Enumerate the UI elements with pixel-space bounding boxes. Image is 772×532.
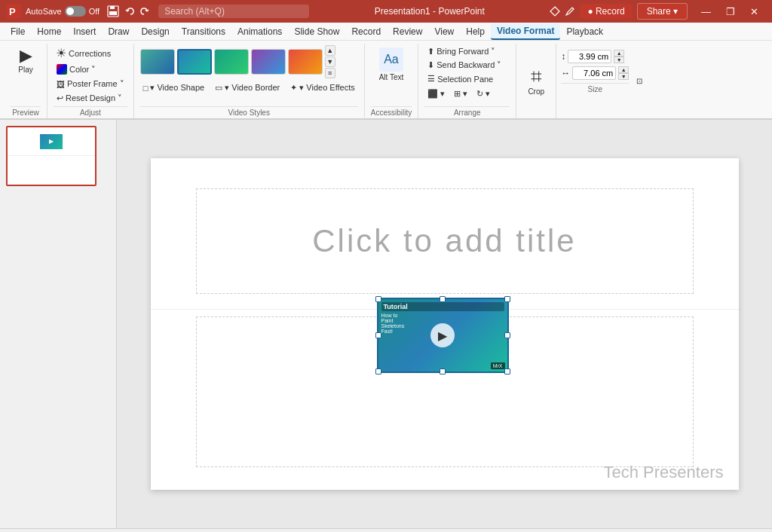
undo-icon[interactable]: [125, 6, 136, 17]
share-button[interactable]: Share ▾: [637, 3, 688, 20]
menu-review[interactable]: Review: [387, 24, 428, 39]
autosave-toggle[interactable]: [65, 6, 86, 17]
bring-forward-button[interactable]: ⬆ Bring Forward ˅: [424, 45, 498, 58]
poster-frame-label: Poster Frame ˅: [67, 79, 124, 89]
handle-tl[interactable]: [375, 296, 381, 302]
slide-thumb-container: 1 ★ ▶: [6, 126, 110, 186]
corrections-button[interactable]: ☀ Corrections: [54, 45, 113, 61]
slide-thumb-inner: ▶: [8, 127, 95, 185]
slide-thumbnail[interactable]: ▶: [6, 126, 96, 186]
crop-button[interactable]: ⌗ Crop: [521, 44, 551, 118]
size-expand-button[interactable]: ⊡: [633, 44, 645, 118]
send-backward-button[interactable]: ⬇ Send Backward ˅: [424, 59, 504, 72]
style-4[interactable]: [251, 49, 286, 75]
menu-transitions[interactable]: Transitions: [176, 24, 231, 39]
group-button[interactable]: ⊞ ▾: [451, 87, 470, 100]
close-button[interactable]: ✕: [743, 6, 766, 17]
play-icon: ▶: [20, 47, 32, 64]
menu-view[interactable]: View: [428, 24, 460, 39]
redo-icon[interactable]: [139, 6, 149, 17]
height-down[interactable]: ▼: [614, 57, 624, 63]
company-name: Tech Presenters: [604, 463, 724, 482]
width-down[interactable]: ▼: [618, 73, 629, 80]
handle-br[interactable]: [504, 368, 510, 375]
handle-bl[interactable]: [375, 368, 381, 375]
handle-tm[interactable]: [440, 296, 446, 302]
align-button[interactable]: ⬛ ▾: [424, 87, 448, 100]
align-label: ▾: [440, 89, 445, 99]
video-effects-label: ▾ Video Effects: [299, 83, 354, 93]
title-placeholder[interactable]: Click to add title: [196, 188, 694, 294]
menu-design[interactable]: Design: [135, 24, 175, 39]
color-icon: [57, 64, 67, 75]
slide[interactable]: Click to add title Tutorial How to Paint…: [151, 158, 739, 490]
group-icon: ⊞: [454, 89, 461, 99]
menu-draw[interactable]: Draw: [102, 24, 135, 39]
height-up[interactable]: ▲: [614, 50, 624, 57]
menu-help[interactable]: Help: [460, 24, 491, 39]
video-border-icon: ▭: [215, 83, 222, 93]
video-play-button[interactable]: ▶: [430, 323, 455, 347]
style-3[interactable]: [214, 49, 249, 75]
poster-frame-button[interactable]: 🖼 Poster Frame ˅: [54, 78, 127, 90]
accessibility-group: Aa Alt Text Accessibility: [365, 44, 418, 118]
reset-design-button[interactable]: ↩ Reset Design ˅: [54, 92, 125, 105]
title-bar: P AutoSave Off Presentation1 - PowerPoin…: [0, 0, 772, 23]
menu-animations[interactable]: Animations: [231, 24, 288, 39]
rotate-button[interactable]: ↻ ▾: [473, 87, 493, 100]
menu-playback[interactable]: Playback: [560, 24, 609, 39]
color-button[interactable]: Color ˅: [54, 63, 99, 76]
adjust-group-label: Adjust: [54, 106, 127, 117]
width-input[interactable]: [572, 66, 616, 80]
search-input[interactable]: [158, 5, 309, 18]
video-effects-button[interactable]: ✦ ▾ Video Effects: [287, 81, 357, 94]
menu-video-format[interactable]: Video Format: [491, 23, 560, 40]
style-2[interactable]: [177, 49, 212, 75]
selection-pane-icon: ☰: [427, 74, 435, 84]
menu-home[interactable]: Home: [31, 24, 67, 39]
play-label: Play: [18, 66, 32, 74]
style-1[interactable]: [140, 49, 175, 75]
video-element[interactable]: Tutorial How to Paint Skeletons Fast! ▶ …: [377, 298, 509, 373]
save-icon[interactable]: [107, 5, 119, 17]
adjust-group: ☀ Corrections Color ˅ 🖼 Poster Frame ˅ ↩…: [47, 44, 134, 118]
video-source-badge: MrX: [491, 362, 505, 369]
video-shape-button[interactable]: □ ▾ Video Shape: [140, 81, 208, 94]
minimize-button[interactable]: —: [694, 6, 718, 17]
size-inputs: ↕ ▲ ▼ ↔ ▲ ▼ Size: [556, 44, 633, 118]
expand-icon: ⊡: [636, 77, 642, 85]
handle-ml[interactable]: [375, 332, 381, 338]
video-effects-icon: ✦: [290, 83, 297, 93]
edit-icon[interactable]: [565, 6, 575, 17]
menu-insert[interactable]: Insert: [67, 24, 102, 39]
style-scroll-more[interactable]: ≡: [325, 68, 335, 78]
handle-bm[interactable]: [440, 368, 446, 375]
video-subtitle2: Paint: [381, 318, 504, 323]
handle-tr[interactable]: [504, 296, 510, 302]
alt-text-label: Alt Text: [379, 73, 404, 81]
restore-button[interactable]: ❐: [718, 6, 743, 17]
accessibility-group-label: Accessibility: [371, 106, 412, 117]
autosave-label: AutoSave: [26, 7, 62, 16]
style-5[interactable]: [288, 49, 323, 75]
send-backward-label: Send Backward ˅: [437, 60, 501, 70]
selection-pane-button[interactable]: ☰ Selection Pane: [424, 72, 496, 85]
width-spinner: ▲ ▼: [618, 66, 629, 80]
style-scroll-up[interactable]: ▲: [325, 45, 335, 56]
menu-record[interactable]: Record: [345, 24, 387, 39]
alt-text-button[interactable]: Aa Alt Text: [375, 45, 408, 84]
video-styles-grid: [140, 49, 323, 75]
menu-file[interactable]: File: [5, 24, 31, 39]
arrange-group-label: Arrange: [424, 106, 510, 117]
style-scroll-down[interactable]: ▼: [325, 57, 335, 67]
video-border-button[interactable]: ▭ ▾ Video Border: [212, 81, 283, 94]
video-thumbnail: Tutorial How to Paint Skeletons Fast! ▶ …: [378, 299, 507, 371]
play-button[interactable]: ▶ Play: [11, 45, 41, 76]
handle-mr[interactable]: [504, 332, 510, 338]
height-input[interactable]: [568, 50, 611, 63]
record-button[interactable]: ● Record: [580, 4, 632, 19]
width-up[interactable]: ▲: [618, 66, 629, 73]
powerpoint-logo: P: [6, 4, 21, 19]
video-title-text: Tutorial: [381, 302, 504, 311]
menu-slideshow[interactable]: Slide Show: [288, 24, 345, 39]
